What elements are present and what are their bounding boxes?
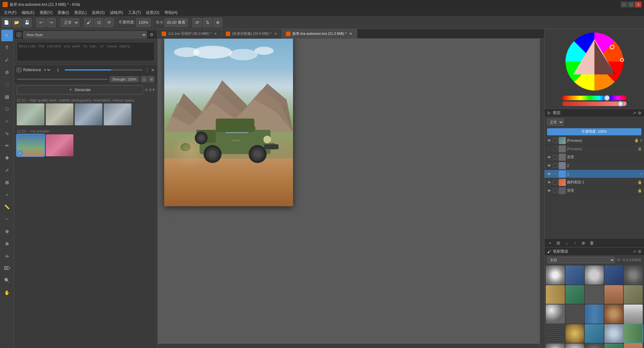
layer-delete-button[interactable]: 🗑 [588, 239, 595, 247]
menu-layer[interactable]: 图层(L) [72, 9, 90, 16]
open-button[interactable]: 📂 [12, 18, 21, 27]
close-button[interactable]: ✕ [635, 2, 641, 7]
menu-help[interactable]: 帮助(H) [162, 9, 180, 16]
brush-item-16[interactable] [546, 324, 565, 343]
maximize-button[interactable]: □ [628, 2, 634, 7]
mirror-h-button[interactable]: ⇄ [193, 18, 202, 27]
tab-3-close[interactable]: ✕ [348, 32, 353, 36]
brush-item-21[interactable] [546, 343, 565, 348]
menu-settings[interactable]: 设置(O) [143, 9, 162, 16]
layer-item-1[interactable]: 👁 ✓ 1 α [545, 170, 644, 178]
style-settings-icon[interactable]: ⚙ [149, 32, 155, 38]
rotate-button[interactable]: ⊕ [213, 18, 222, 27]
layer-lock-icon-1[interactable]: 🔒 [634, 138, 639, 142]
redo-button[interactable]: ↪ [47, 18, 56, 27]
reference-menu-icon[interactable]: ⋮ [145, 68, 149, 72]
history-thumb-2-1[interactable]: ✓ [17, 134, 44, 156]
seed-expand-icon[interactable]: ▾ [153, 88, 155, 92]
reference-slider-track[interactable] [65, 69, 143, 71]
brush-panel-expand-icon[interactable]: ↗ [633, 249, 636, 254]
tab-2[interactable]: [未保存图像] (20.6 MiB) * ✕ [222, 29, 282, 39]
pan-tool[interactable]: ✋ [1, 287, 13, 298]
layer-lock-bg2[interactable]: 🔒 [638, 188, 642, 193]
tag-checkbox-icon[interactable]: ☑ [617, 258, 620, 262]
layer-add-button[interactable]: + [546, 239, 554, 247]
save-button[interactable]: 💾 [23, 18, 32, 27]
blend-mode-select[interactable]: 正常 [547, 119, 564, 126]
brush-item-8[interactable] [585, 285, 604, 304]
crop-tool[interactable]: ⊞ [1, 177, 13, 188]
brush-item-22[interactable] [565, 343, 584, 348]
generate-button[interactable]: ✦ Generate [17, 85, 143, 94]
minimize-button[interactable]: ─ [621, 2, 627, 7]
tab-1[interactable]: 111.kra 写保护 (30.3 MiB) * ✕ [158, 29, 222, 39]
brush-item-23[interactable] [585, 343, 604, 348]
shape-ellipse-tool[interactable]: ○ [1, 115, 13, 127]
layer-up-button[interactable]: ↑ [572, 239, 579, 247]
canvas-area[interactable] [158, 29, 544, 348]
brush-item-9[interactable] [604, 285, 623, 304]
brush-item-7[interactable] [565, 285, 584, 304]
hue-slider[interactable] [562, 96, 627, 100]
layer-settings-icon[interactable]: ⚙ [638, 111, 641, 115]
layer-vis-preview1[interactable]: 👁 [546, 138, 552, 143]
brush-item-20[interactable] [624, 324, 643, 343]
assistant-tool[interactable]: ⊗ [1, 238, 13, 249]
layer-vis-bg2[interactable]: 👁 [546, 188, 552, 193]
brush-tool[interactable]: 🖌 [84, 18, 93, 27]
brush-item-2[interactable] [565, 266, 584, 285]
prompt-textarea[interactable] [17, 42, 155, 61]
brush-item-15[interactable] [624, 304, 643, 324]
brush-item-24[interactable] [604, 343, 623, 348]
color-wheel-container[interactable] [562, 29, 627, 94]
reference-type-dropdown[interactable]: ▾ [43, 67, 51, 73]
layer-item-paint[interactable]: 👁 颜料图层 1 🔒 [545, 178, 644, 187]
gradient-tool[interactable]: ▤ [1, 91, 13, 102]
select-tool[interactable]: ↖ [1, 30, 13, 41]
brush-item-25[interactable] [624, 343, 643, 348]
mirror-v-button[interactable]: ⇅ [203, 18, 212, 27]
brush-item-6[interactable] [546, 285, 565, 304]
canvas-scroll-horizontal[interactable] [158, 343, 544, 348]
layer-merge-button[interactable]: ⊕ [580, 239, 587, 247]
brush-category-select[interactable]: 全部 [547, 257, 615, 263]
layer-expand-icon[interactable]: ↗ [633, 111, 636, 115]
opacity-input-group[interactable]: 100% [136, 18, 151, 27]
history-thumb-1-4[interactable] [104, 103, 131, 125]
fill-tool-side[interactable]: ⬛ [1, 79, 13, 90]
bezier-tool[interactable]: ∿ [1, 128, 13, 139]
menu-tools[interactable]: 工具(T) [126, 9, 143, 16]
layer-vis-paint[interactable]: 👁 [546, 180, 552, 185]
menu-image[interactable]: 图像(I) [55, 9, 71, 16]
menu-filter[interactable]: 滤镜(R) [107, 9, 126, 16]
hue-slider-handle[interactable] [604, 95, 610, 101]
undo-button[interactable]: ↩ [36, 18, 45, 27]
opacity-display[interactable]: 不透明度: 100% [547, 128, 641, 135]
new-button[interactable]: 📄 [2, 18, 11, 27]
menu-edit[interactable]: 编辑(E) [19, 9, 37, 16]
fill-tool[interactable]: ⟳ [105, 18, 114, 27]
layer-item-preview2[interactable]: 👁 [Preview] 🔒 [545, 145, 644, 153]
layer-check-1[interactable]: ✓ [553, 172, 557, 176]
layer-item-bg1[interactable]: 👁 背景 [545, 153, 644, 161]
reference-num-input[interactable] [53, 67, 63, 73]
history-thumb-2-2[interactable] [46, 134, 73, 156]
zoom-tool[interactable]: 🔍 [1, 275, 13, 286]
tab-3[interactable]: 振草.kra-autosave.kra (21.3 MiB) * ✕ [282, 29, 357, 39]
eraser-tool[interactable]: ⊡ [94, 18, 103, 27]
style-dropdown[interactable]: New Style [23, 31, 147, 38]
tab-2-close[interactable]: ✕ [273, 32, 278, 36]
menu-select[interactable]: 选择(S) [89, 9, 107, 16]
transform-tool[interactable]: ⤢ [1, 164, 13, 176]
eraser-tool-side[interactable]: ⊘ [1, 66, 13, 78]
pen-tool[interactable]: ✏ [1, 140, 13, 151]
brush-mode-select[interactable]: 正常 [61, 18, 79, 27]
layer-vis-2[interactable]: 👁 [546, 163, 552, 168]
layer-copy-button[interactable]: ⊞ [555, 239, 562, 247]
layer-lock-icon-2[interactable]: 🔒 [638, 147, 642, 151]
brush-item-1[interactable] [546, 266, 565, 285]
menu-file[interactable]: 文件(F) [1, 9, 19, 16]
history-thumb-1-1[interactable] [17, 103, 44, 125]
layer-item-bg2[interactable]: 👁 背景 🔒 [545, 187, 644, 195]
sat-slider-handle[interactable] [618, 101, 623, 107]
